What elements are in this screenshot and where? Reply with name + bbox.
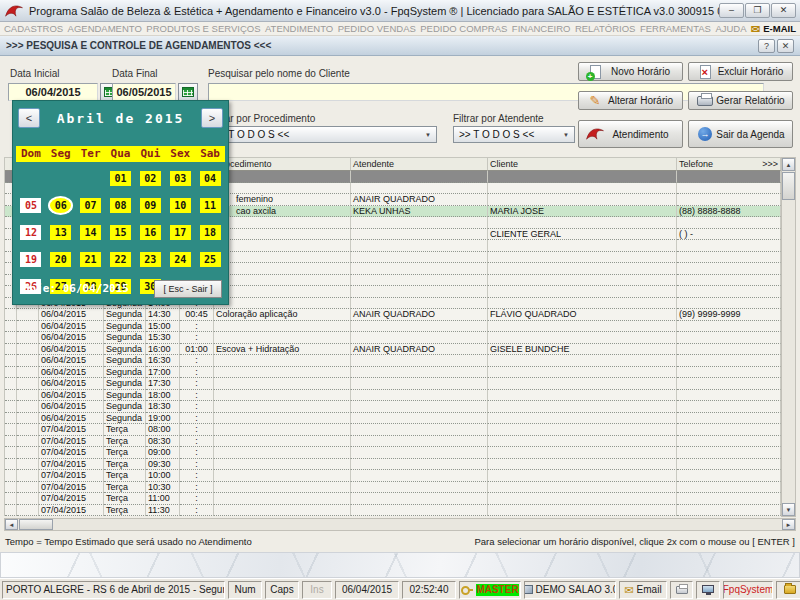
calendar-prev-button[interactable]: < <box>18 108 40 128</box>
table-row[interactable]: 06/04/2015Segunda16:0001:00Escova + Hidr… <box>5 344 781 356</box>
menu-item-produtos-e-servi-os[interactable]: PRODUTOS E SERVIÇOS <box>146 23 260 34</box>
calendar-day-02[interactable]: 02 <box>140 171 161 186</box>
calendar-day-04[interactable]: 04 <box>200 171 221 186</box>
calendar-day-24[interactable]: 24 <box>170 252 191 267</box>
calendar-esc-button[interactable]: [ Esc - Sair ] <box>154 280 222 298</box>
table-row[interactable]: 07/04/2015Terça11:00: <box>5 493 781 505</box>
atendimento-button[interactable]: Atendimento <box>578 120 683 148</box>
cell-tempo: : <box>180 436 214 448</box>
table-row[interactable]: 07/04/2015Terça11:30: <box>5 505 781 517</box>
table-row[interactable]: 07/04/2015Terça08:00: <box>5 424 781 436</box>
menu-item-ajuda[interactable]: AJUDA <box>715 23 746 34</box>
calendar-day-07[interactable]: 07 <box>80 198 101 213</box>
scroll-left-icon[interactable]: ◄ <box>5 519 18 530</box>
scroll-up-icon[interactable]: ▲ <box>782 158 795 171</box>
scroll-right-icon[interactable]: ► <box>782 519 795 530</box>
novo-hor-rio-button[interactable]: Novo Horário <box>578 62 683 81</box>
calendar-day-05[interactable]: 05 <box>20 198 41 213</box>
status-network-button[interactable] <box>696 581 720 599</box>
calendar-cell: 02 <box>135 165 165 192</box>
calendar-day-15[interactable]: 15 <box>110 225 131 240</box>
calendar-day-08[interactable]: 08 <box>110 198 131 213</box>
table-row[interactable]: 07/04/2015Terça08:30: <box>5 436 781 448</box>
filter-procedimento-select[interactable]: >> T O D O S << ▼ <box>208 126 437 143</box>
menu-item-pedido-compras[interactable]: PEDIDO COMPRAS <box>420 23 507 34</box>
calendar-day-20[interactable]: 20 <box>50 252 71 267</box>
status-caps-label: Caps <box>270 584 293 595</box>
table-row[interactable]: 07/04/2015Terça09:00: <box>5 447 781 459</box>
calendar-day-22[interactable]: 22 <box>110 252 131 267</box>
horizontal-scroll-thumb[interactable] <box>19 519 53 530</box>
menu-item-atendimento[interactable]: ATENDIMENTO <box>265 23 333 34</box>
scroll-down-icon[interactable]: ▼ <box>782 503 795 516</box>
calendar-day-11[interactable]: 11 <box>200 198 221 213</box>
panel-close-button[interactable]: ✕ <box>777 39 794 53</box>
calendar-day-16[interactable]: 16 <box>140 225 161 240</box>
calendar-next-button[interactable]: > <box>201 108 223 128</box>
calendar-day-23[interactable]: 23 <box>140 252 161 267</box>
cell-m1 <box>5 459 17 471</box>
status-print-button[interactable] <box>670 581 693 599</box>
calendar-day-17[interactable]: 17 <box>170 225 191 240</box>
calendar-day-19[interactable]: 19 <box>20 252 41 267</box>
table-row[interactable]: 06/04/2015Segunda17:00: <box>5 367 781 379</box>
minimize-button[interactable]: – <box>719 3 744 18</box>
sair-da-agenda-button[interactable]: →Sair da Agenda <box>688 120 793 148</box>
restore-button[interactable]: ❐ <box>745 3 770 18</box>
table-row[interactable]: 06/04/2015Segunda18:00: <box>5 390 781 402</box>
calendar-cell: 23 <box>135 246 165 273</box>
button-label: Atendimento <box>605 129 682 140</box>
calendar-day-14[interactable]: 14 <box>80 225 101 240</box>
status-demo: DEMO SALAO 3.0 <box>524 581 616 599</box>
cell-tempo: : <box>180 355 214 367</box>
excluir-hor-rio-button[interactable]: Excluir Horário <box>688 62 793 81</box>
table-row[interactable]: 07/04/2015Terça10:30: <box>5 482 781 494</box>
menu-item-e-mail[interactable]: ✉E-MAIL <box>751 23 796 34</box>
cell-proc <box>214 401 351 413</box>
menu-item-pedido-vendas[interactable]: PEDIDO VENDAS <box>338 23 416 34</box>
calendar-day-18[interactable]: 18 <box>200 225 221 240</box>
table-row[interactable]: 06/04/2015Segunda15:30: <box>5 332 781 344</box>
data-final-input[interactable]: 06/05/2015 <box>112 83 176 101</box>
table-row[interactable]: 06/04/2015Segunda14:3000:45Coloração apl… <box>5 309 781 321</box>
menu-item-cadastros[interactable]: CADASTROS <box>4 23 63 34</box>
vertical-scrollbar[interactable]: ▲ ▼ <box>781 157 796 517</box>
calendar-day-12[interactable]: 12 <box>20 225 41 240</box>
status-users-button[interactable] <box>776 581 800 599</box>
horizontal-scrollbar[interactable]: ◄ ► <box>4 518 796 531</box>
vertical-scroll-thumb[interactable] <box>782 172 795 200</box>
data-final-calendar-button[interactable] <box>178 83 198 101</box>
cell-proc <box>214 413 351 425</box>
help-button[interactable]: ? <box>758 39 775 53</box>
menu-item-financeiro[interactable]: FINANCEIRO <box>512 23 571 34</box>
alterar-hor-rio-button[interactable]: ✎Alterar Horário <box>578 91 683 110</box>
calendar-day-03[interactable]: 03 <box>170 171 191 186</box>
email-label: Email <box>637 584 662 595</box>
table-row[interactable]: 06/04/2015Segunda17:30: <box>5 378 781 390</box>
table-row[interactable]: 06/04/2015Segunda18:30: <box>5 401 781 413</box>
data-inicial-input[interactable]: 06/04/2015 <box>8 83 98 101</box>
calendar-day-10[interactable]: 10 <box>170 198 191 213</box>
cell-proc <box>214 229 351 241</box>
cell-dia: Segunda <box>104 355 146 367</box>
envelope-icon: ✉ <box>624 585 633 595</box>
calendar-day-06[interactable]: 06 <box>50 198 71 213</box>
calendar-day-01[interactable]: 01 <box>110 171 131 186</box>
table-row[interactable]: 07/04/2015Terça10:00: <box>5 470 781 482</box>
menu-item-ferramentas[interactable]: FERRAMENTAS <box>640 23 711 34</box>
menu-item-relat-rios[interactable]: RELATÓRIOS <box>575 23 636 34</box>
table-row[interactable]: 06/04/2015Segunda16:30: <box>5 355 781 367</box>
table-row[interactable]: 06/04/2015Segunda19:00: <box>5 413 781 425</box>
cell-tel <box>677 367 781 379</box>
menu-item-agendamento[interactable]: AGENDAMENTO <box>68 23 142 34</box>
calendar-day-09[interactable]: 09 <box>140 198 161 213</box>
gerar-relat-rio-button[interactable]: Gerar Relatório <box>688 91 793 110</box>
filter-atendente-select[interactable]: >> T O D O S << ▼ <box>453 126 575 143</box>
close-button[interactable]: ✕ <box>771 3 796 18</box>
calendar-day-13[interactable]: 13 <box>50 225 71 240</box>
table-row[interactable]: 07/04/2015Terça09:30: <box>5 459 781 471</box>
table-row[interactable]: 06/04/2015Segunda15:00: <box>5 321 781 333</box>
calendar-day-25[interactable]: 25 <box>200 252 221 267</box>
status-email-button[interactable]: ✉Email <box>619 581 667 599</box>
calendar-day-21[interactable]: 21 <box>80 252 101 267</box>
